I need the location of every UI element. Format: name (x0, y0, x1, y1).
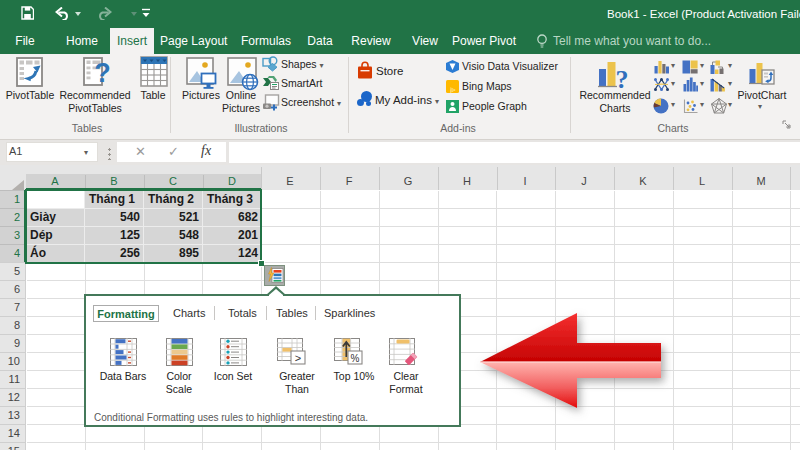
svg-text:>: > (295, 352, 301, 364)
svg-text:?: ? (94, 58, 111, 87)
svg-text:?: ? (616, 65, 629, 93)
svg-text:%: % (351, 353, 360, 364)
